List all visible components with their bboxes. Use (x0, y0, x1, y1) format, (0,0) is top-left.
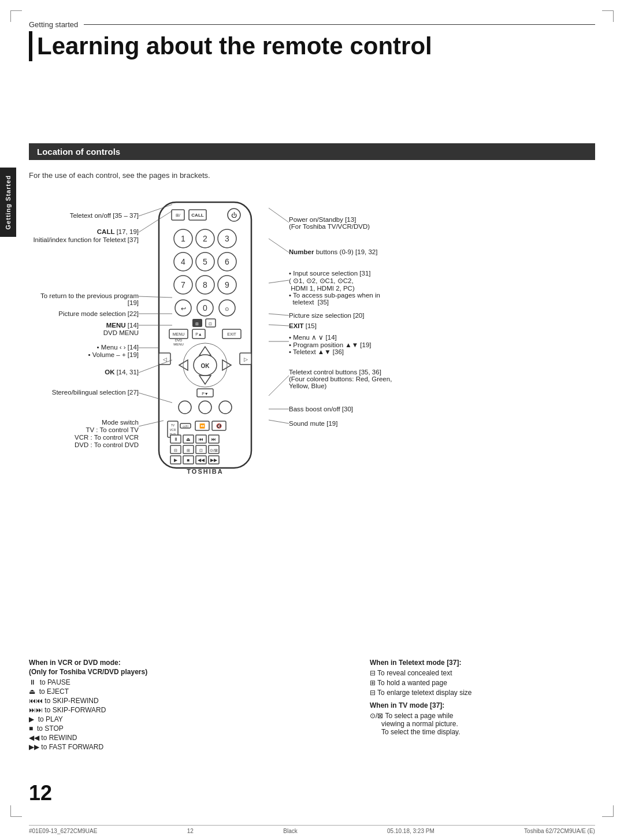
tvmode-viewing: viewing a normal picture. (381, 720, 584, 728)
ann-menu-nav: • Menu ∧ ∨ [14] • Program position ▲▼ [1… (289, 333, 372, 355)
svg-text:8: 8 (203, 280, 207, 289)
corner-mark-bl (10, 805, 22, 817)
ann-call: CALL [17, 19] (97, 228, 139, 235)
vcr-eject-item: ⏏ to EJECT (29, 687, 214, 696)
ann-mode-switch: Mode switch (102, 419, 139, 426)
ann-vol: • Volume – + [19] (88, 351, 139, 358)
svg-text:🔇: 🔇 (216, 423, 222, 429)
svg-text:⏸: ⏸ (173, 437, 178, 442)
svg-text:⊞: ⊞ (195, 322, 199, 326)
ann-dvd-menu: DVD MENU (103, 329, 139, 336)
ann-teletext-ctrl: Teletext control buttons [35, 36] (Four … (289, 369, 392, 389)
svg-text:⏏: ⏏ (186, 437, 191, 442)
svg-text:⊞/: ⊞/ (176, 213, 180, 217)
svg-text:0: 0 (203, 303, 207, 313)
svg-text:DVD: DVD (175, 339, 183, 342)
location-bar: Location of controls (29, 143, 595, 160)
ann-exit: EXIT [15] (289, 322, 317, 329)
svg-text:⊟: ⊟ (174, 448, 177, 452)
vcr-pause-item: ⏸ to PAUSE (29, 678, 214, 686)
svg-text:⊡: ⊡ (209, 322, 212, 326)
intro-text: For the use of each control, see the pag… (29, 171, 210, 180)
svg-text:TV: TV (171, 423, 175, 427)
svg-text:TOSHIBA: TOSHIBA (187, 468, 223, 475)
ann-power: Power on/Standby [13] (For Toshiba TV/VC… (289, 216, 370, 230)
vcr-skip-forward-item: ⏭⏭ to SKIP-FORWARD (29, 706, 214, 714)
svg-text:MENU: MENU (173, 332, 185, 336)
svg-text:1: 1 (181, 234, 185, 243)
header-section: Getting started Learning about the remot… (29, 20, 595, 61)
svg-text:◀◀: ◀◀ (198, 458, 205, 463)
side-tab: Getting Started (0, 168, 16, 237)
svg-text:P▼: P▼ (202, 392, 209, 396)
ann-ok: OK [14, 31] (105, 369, 139, 376)
svg-text:EXIT: EXIT (227, 332, 236, 336)
teletext-enlarge: ⊟ To enlarge teletext display size (370, 689, 584, 697)
svg-text:P▲: P▲ (195, 332, 202, 336)
svg-point-58 (219, 401, 232, 414)
footer-center-right: 05.10.18, 3:23 PM (387, 828, 434, 834)
svg-text:⊞: ⊞ (187, 448, 190, 452)
svg-text:4: 4 (181, 257, 185, 266)
footer-color: Black (283, 828, 297, 834)
vcr-play-item: ▶ to PLAY (29, 715, 214, 723)
svg-text:⏮: ⏮ (199, 437, 203, 442)
ann-dvd-ctrl: DVD : To control DVD (75, 441, 139, 448)
title-bar-accent (29, 31, 32, 61)
ann-return: To return to the previous program [19] (29, 292, 139, 306)
vcr-rewind-item: ◀◀ to REWIND (29, 734, 214, 742)
svg-text:▷: ▷ (244, 356, 248, 362)
svg-text:VCR: VCR (170, 428, 176, 432)
ann-input-source: • Input source selection [31] ( ⊙1, ⊙2, … (289, 270, 380, 306)
ann-pic-size: Picture size selection [20] (289, 312, 364, 319)
corner-mark-br (602, 805, 614, 817)
vcr-stop-item: ■ to STOP (29, 724, 214, 733)
footer-left: #01E09-13_6272CM9UAE (29, 828, 97, 834)
svg-text:▶▶: ▶▶ (210, 458, 218, 463)
page-title: Learning about the remote control (29, 31, 595, 61)
svg-text:⏭: ⏭ (211, 437, 216, 442)
svg-text:CALL: CALL (191, 213, 203, 218)
svg-text:■: ■ (187, 458, 190, 463)
svg-text:6: 6 (225, 257, 229, 266)
teletext-reveal: ⊟ To reveal concealed text (370, 669, 584, 677)
ann-initial: Initial/index function for Teletext [37] (33, 236, 139, 243)
svg-text:5: 5 (203, 257, 207, 266)
svg-point-56 (179, 401, 191, 414)
teletext-header: When in Teletext mode [37]: (370, 659, 584, 667)
ann-teletext: Teletext on/off [35 – 37] (70, 212, 139, 219)
svg-text:↩: ↩ (181, 305, 186, 312)
svg-text:◁: ◁ (163, 356, 167, 362)
footer-center-left: 12 (187, 828, 194, 834)
vcr-header: When in VCR or DVD mode: (29, 659, 214, 667)
section-label: Getting started (29, 20, 595, 29)
page-number: 12 (29, 781, 52, 805)
svg-text:⏪: ⏪ (199, 423, 205, 429)
ann-mute: Sound mute [19] (289, 420, 337, 427)
svg-text:⊙I/II: ⊙I/II (183, 425, 188, 428)
page-footer: #01E09-13_6272CM9UAE 12 Black 05.10.18, … (29, 825, 595, 834)
remote-control-diagram: ⊞/ CALL ⏻ 1 2 3 4 5 6 7 (142, 199, 280, 490)
tvmode-select: ⊙/⊠ To select a page while (370, 712, 584, 720)
svg-text:⊡: ⊡ (199, 448, 203, 452)
vcr-section-block: When in VCR or DVD mode: (Only for Toshi… (29, 659, 214, 752)
tvmode-time: To select the time display. (381, 728, 584, 736)
ann-vcr-ctrl: VCR : To control VCR (75, 434, 139, 441)
corner-mark-tr (602, 10, 614, 22)
ann-picture-mode: Picture mode selection [22] (58, 310, 139, 317)
svg-text:9: 9 (225, 280, 229, 289)
ann-menu: MENU [14] (106, 322, 139, 329)
footer-right: Toshiba 62/72CM9UA/E (E) (524, 828, 595, 834)
tvmode-header: When in TV mode [37]: (370, 701, 584, 709)
teletext-section-block: When in Teletext mode [37]: ⊟ To reveal … (370, 659, 584, 736)
svg-text:MENU: MENU (173, 343, 184, 346)
svg-text:⊙/⊠: ⊙/⊠ (210, 448, 218, 452)
svg-text:3: 3 (225, 234, 229, 243)
svg-text:7: 7 (181, 280, 185, 289)
ann-stereo: Stereo/bilingual selection [27] (52, 389, 139, 396)
svg-text:OK: OK (201, 363, 210, 369)
ann-tv-ctrl: TV : To control TV (86, 426, 139, 433)
svg-text:▶: ▶ (174, 458, 178, 463)
teletext-hold: ⊞ To hold a wanted page (370, 679, 584, 687)
svg-point-57 (199, 401, 211, 414)
